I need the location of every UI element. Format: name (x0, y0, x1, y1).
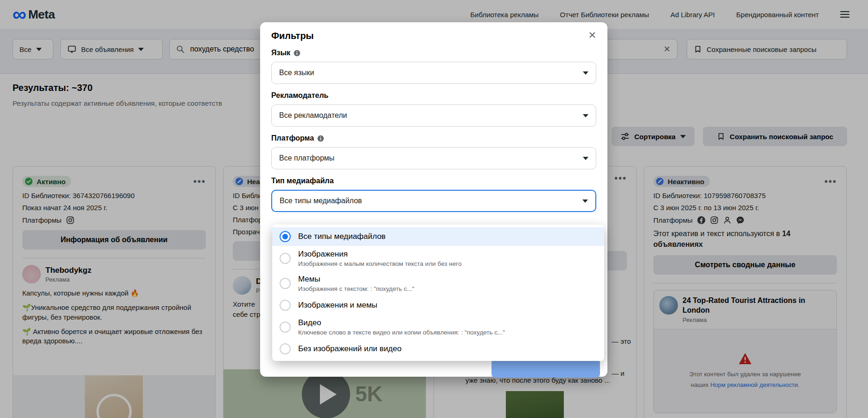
option-description: Ключевое слово в тексте видео или копии … (298, 329, 505, 336)
info-icon[interactable] (294, 50, 300, 57)
media-type-select-value: Все типы медиафайлов (280, 197, 362, 205)
option-label: Изображения (298, 250, 461, 259)
media-option-memes[interactable]: Мемы Изображения с текстом: : "похудеть … (272, 271, 604, 296)
option-label: Мемы (298, 275, 414, 284)
filters-modal: Фильтры ✕ Язык Все языки Рекламодатель В… (260, 22, 607, 377)
advertiser-select-value: Все рекламодатели (279, 111, 347, 120)
chevron-down-icon (583, 71, 588, 75)
media-type-dropdown: Все типы медиафайлов Изображения Изображ… (272, 225, 604, 361)
media-option-all[interactable]: Все типы медиафайлов (272, 227, 604, 246)
chevron-down-icon (582, 199, 588, 203)
chevron-down-icon (583, 157, 588, 160)
option-label: Без изображений или видео (298, 344, 402, 354)
advertiser-select[interactable]: Все рекламодатели (271, 104, 596, 127)
option-description: Изображения с текстом: : "похудеть с..." (298, 285, 414, 292)
language-select-value: Все языки (279, 69, 314, 77)
radio-icon[interactable] (280, 322, 291, 333)
platform-select[interactable]: Все платформы (271, 147, 596, 169)
media-option-video[interactable]: Видео Ключевое слово в тексте видео или … (272, 315, 604, 340)
language-select[interactable]: Все языки (271, 62, 596, 84)
media-option-images[interactable]: Изображения Изображения с малым количест… (272, 246, 604, 271)
media-type-label: Тип медиафайла (271, 177, 334, 185)
option-description: Изображения с малым количеством текста и… (298, 260, 461, 267)
radio-icon[interactable] (280, 300, 291, 311)
radio-icon[interactable] (280, 278, 291, 289)
advertiser-label: Рекламодатель (271, 91, 328, 100)
option-label: Все типы медиафайлов (298, 232, 386, 241)
option-label: Видео (298, 318, 505, 328)
apply-filters-button[interactable] (491, 359, 600, 378)
radio-selected-icon[interactable] (280, 231, 291, 242)
radio-icon[interactable] (280, 343, 291, 354)
close-icon[interactable]: ✕ (588, 30, 596, 41)
option-label: Изображения и мемы (298, 301, 377, 310)
platform-label: Платформа (271, 134, 314, 142)
radio-icon[interactable] (280, 253, 291, 264)
media-option-no-media[interactable]: Без изображений или видео (272, 340, 604, 358)
platform-select-value: Все платформы (279, 154, 334, 162)
language-label: Язык (271, 49, 290, 57)
info-icon[interactable] (317, 135, 324, 142)
media-option-images-and-memes[interactable]: Изображения и мемы (272, 296, 604, 315)
media-type-select[interactable]: Все типы медиафайлов (271, 190, 596, 212)
chevron-down-icon (583, 114, 588, 117)
modal-title: Фильтры (271, 31, 596, 41)
